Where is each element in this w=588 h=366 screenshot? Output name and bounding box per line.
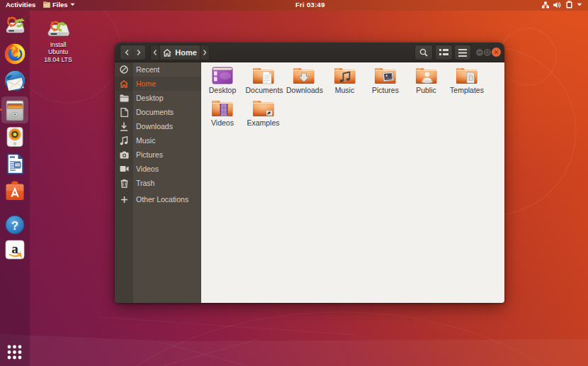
svg-text:?: ? — [11, 219, 18, 233]
